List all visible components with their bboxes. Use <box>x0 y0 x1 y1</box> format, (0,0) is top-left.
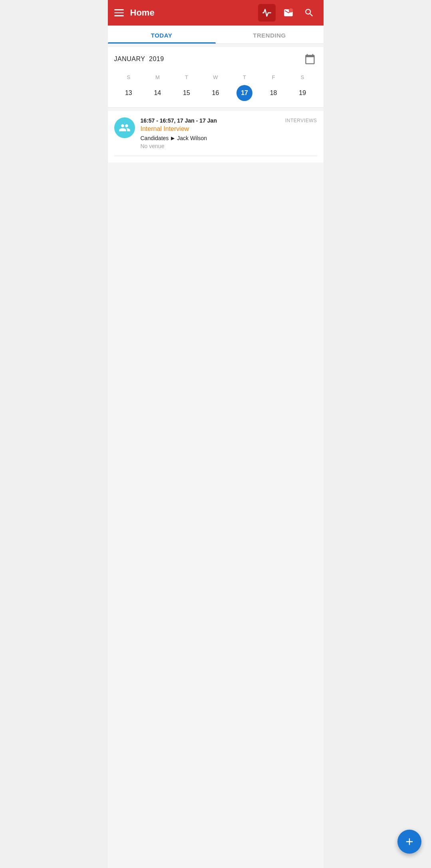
day-label-sun: S <box>114 73 143 82</box>
calendar-date-19[interactable]: 19 <box>294 85 310 101</box>
day-label-mon: M <box>143 73 172 82</box>
candidate-name: Jack Wilson <box>177 135 207 141</box>
notifications-button[interactable] <box>280 5 296 21</box>
event-venue: No venue <box>141 143 317 149</box>
events-section: 16:57 - 16:57, 17 Jan - 17 Jan INTERVIEW… <box>108 111 324 163</box>
menu-button[interactable] <box>114 9 124 16</box>
tab-trending[interactable]: TRENDING <box>216 26 324 44</box>
search-button[interactable] <box>301 5 317 21</box>
calendar-days-header: S M T W T F S <box>114 73 317 82</box>
pulse-button[interactable] <box>258 4 276 22</box>
calendar-date-14[interactable]: 14 <box>149 85 165 101</box>
candidates-label: Candidates <box>141 135 169 141</box>
event-candidates-row: Candidates ▶ Jack Wilson <box>141 135 317 141</box>
calendar-toggle-button[interactable] <box>303 52 317 66</box>
tab-today[interactable]: TODAY <box>108 26 216 44</box>
svg-point-1 <box>289 8 293 12</box>
day-label-fri: F <box>259 73 288 82</box>
header-icons <box>258 4 317 22</box>
app-title: Home <box>130 8 258 18</box>
calendar-section: JANUARY 2019 S M T W T F S 13 14 15 16 1… <box>108 47 324 108</box>
calendar-date-15[interactable]: 15 <box>179 85 195 101</box>
calendar-header: JANUARY 2019 <box>114 52 317 66</box>
calendar-date-18[interactable]: 18 <box>266 85 282 101</box>
event-time: 16:57 - 16:57, 17 Jan - 17 Jan <box>141 117 217 124</box>
calendar-date-13[interactable]: 13 <box>121 85 137 101</box>
calendar-dates-row: 13 14 15 16 17 18 19 <box>114 85 317 101</box>
event-card[interactable]: 16:57 - 16:57, 17 Jan - 17 Jan INTERVIEW… <box>114 117 317 149</box>
calendar-date-16[interactable]: 16 <box>207 85 223 101</box>
calendar-month-year: JANUARY 2019 <box>114 55 164 63</box>
event-category: INTERVIEWS <box>285 118 317 123</box>
tabs-container: TODAY TRENDING <box>108 26 324 44</box>
event-details: 16:57 - 16:57, 17 Jan - 17 Jan INTERVIEW… <box>141 117 317 149</box>
day-label-tue: T <box>172 73 201 82</box>
main-content: TODAY TRENDING JANUARY 2019 S M T W T F … <box>108 26 324 868</box>
event-time-row: 16:57 - 16:57, 17 Jan - 17 Jan INTERVIEW… <box>141 117 317 124</box>
day-label-wed: W <box>201 73 230 82</box>
event-type-icon <box>114 117 135 138</box>
event-title: Internal Interview <box>141 125 317 133</box>
app-header: Home <box>108 0 324 26</box>
calendar-date-17-today[interactable]: 17 <box>236 85 252 101</box>
event-divider <box>114 156 317 156</box>
candidates-arrow-icon: ▶ <box>171 135 175 141</box>
day-label-sat: S <box>288 73 317 82</box>
day-label-thu: T <box>230 73 259 82</box>
